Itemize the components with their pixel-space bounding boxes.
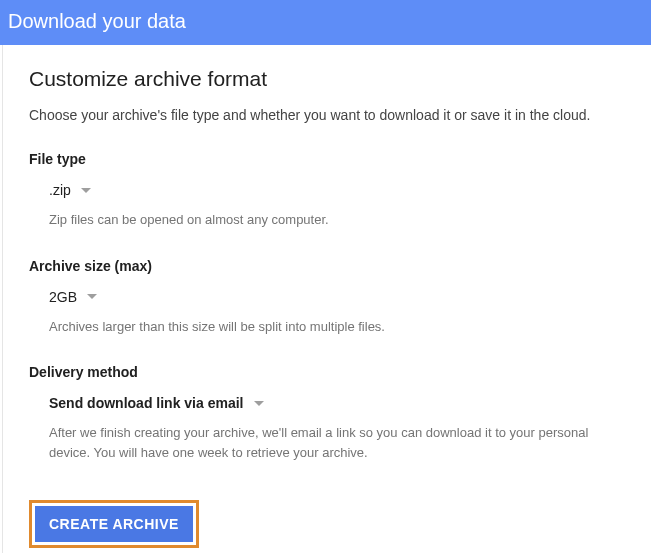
archive-size-group: Archive size (max) 2GB Archives larger t…: [29, 258, 625, 337]
file-type-label: File type: [29, 151, 625, 167]
archive-size-label: Archive size (max): [29, 258, 625, 274]
chevron-down-icon: [87, 294, 97, 299]
file-type-hint: Zip files can be opened on almost any co…: [49, 210, 625, 230]
delivery-method-label: Delivery method: [29, 364, 625, 380]
chevron-down-icon: [254, 401, 264, 406]
file-type-value: .zip: [49, 182, 71, 198]
delivery-method-value: Send download link via email: [49, 395, 244, 411]
file-type-dropdown[interactable]: .zip: [49, 182, 91, 198]
archive-size-value: 2GB: [49, 289, 77, 305]
page-header: Download your data: [0, 0, 651, 45]
create-archive-highlight: CREATE ARCHIVE: [29, 500, 199, 548]
section-description: Choose your archive's file type and whet…: [29, 107, 625, 123]
archive-size-dropdown[interactable]: 2GB: [49, 289, 97, 305]
page-title: Download your data: [8, 10, 186, 32]
content-area: Customize archive format Choose your arc…: [2, 45, 651, 553]
create-archive-button[interactable]: CREATE ARCHIVE: [35, 506, 193, 542]
file-type-group: File type .zip Zip files can be opened o…: [29, 151, 625, 230]
delivery-method-group: Delivery method Send download link via e…: [29, 364, 625, 462]
section-title: Customize archive format: [29, 67, 625, 91]
delivery-method-hint: After we finish creating your archive, w…: [49, 423, 625, 462]
chevron-down-icon: [81, 188, 91, 193]
archive-size-hint: Archives larger than this size will be s…: [49, 317, 625, 337]
delivery-method-dropdown[interactable]: Send download link via email: [49, 395, 264, 411]
